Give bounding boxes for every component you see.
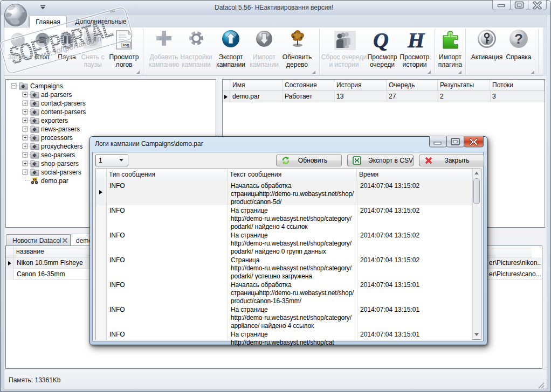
svg-text:processors: processors xyxy=(41,134,73,142)
svg-text:log: log xyxy=(123,43,129,47)
svg-text:proxycheckers: proxycheckers xyxy=(41,143,82,150)
svg-text:news-parsers: news-parsers xyxy=(41,125,80,133)
svg-text:seo-parsers: seo-parsers xyxy=(41,151,75,159)
svg-text:Q: Q xyxy=(373,30,389,51)
svg-text:?: ? xyxy=(514,31,523,47)
svg-text:Campaigns: Campaigns xyxy=(30,82,63,90)
svg-text:exporters: exporters xyxy=(41,117,68,124)
svg-text:shop-parsers: shop-parsers xyxy=(41,160,79,167)
svg-text:demo.par: demo.par xyxy=(41,177,68,185)
svg-text:H: H xyxy=(407,30,425,51)
svg-text:contact-parsers: contact-parsers xyxy=(41,100,86,107)
svg-text:social-parsers: social-parsers xyxy=(41,169,81,176)
svg-text:content-parsers: content-parsers xyxy=(41,108,86,116)
svg-text:ad-parsers: ad-parsers xyxy=(41,91,72,99)
